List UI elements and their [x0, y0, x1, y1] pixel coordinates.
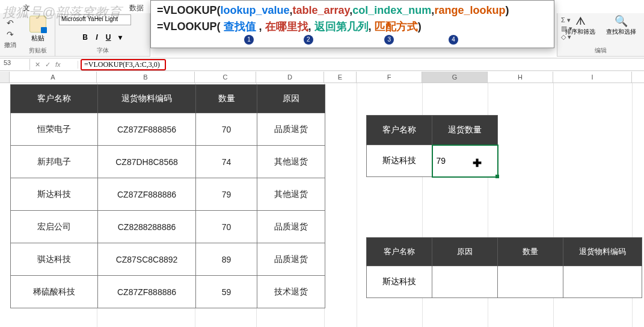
col-header-g[interactable]: G: [422, 72, 488, 83]
formula-input[interactable]: =VLOOKUP(F3,A:C,3,0): [81, 59, 166, 70]
cn-arg-1: 查找值: [224, 20, 256, 33]
edit-group-label: 编辑: [595, 46, 607, 55]
italic-button[interactable]: I: [92, 33, 102, 42]
table-row: 恒荣电子CZ87ZF88885670品质退货: [11, 113, 325, 146]
fx-icon[interactable]: fx: [55, 61, 61, 69]
arg-badge-2: 2: [304, 35, 313, 45]
col-header-d[interactable]: D: [256, 72, 324, 83]
watermark-text: 搜狐号@部落窝教育: [2, 4, 121, 22]
lk1-hdr-qty[interactable]: 退货数量: [432, 116, 498, 145]
fill-handle[interactable]: [495, 175, 499, 178]
clipboard-group-label: 剪贴板: [24, 46, 51, 55]
lk2-qty-cell[interactable]: [498, 266, 563, 298]
cn-arg-3: 返回第几列: [314, 20, 369, 33]
fn-arg-3: col_index_num: [352, 4, 431, 16]
lk2-material-cell[interactable]: [563, 266, 642, 298]
table-row: 斯达科技CZ87ZF88888679其他退货: [11, 178, 325, 211]
fn-arg-2: table_array: [293, 4, 350, 16]
col-header-c[interactable]: C: [195, 72, 256, 83]
lk2-customer-cell[interactable]: 斯达科技: [367, 266, 432, 298]
formula-bar: 53 ✕ ✓ fx =VLOOKUP(F3,A:C,3,0): [0, 58, 644, 71]
arg-badge-3: 3: [384, 35, 394, 45]
ribbon-right: Σ ▾ ▥ ▾ ◇ ▾ ᗑ 排序和筛选 🔍 查找和选择 编辑: [557, 13, 644, 57]
lk2-reason-cell[interactable]: [432, 266, 498, 298]
underline-button[interactable]: U: [103, 33, 113, 42]
col-header-a[interactable]: A: [10, 72, 97, 83]
lk2-hdr-qty[interactable]: 数量: [498, 238, 563, 266]
col-header-i[interactable]: I: [553, 72, 632, 83]
lk2-hdr-material[interactable]: 退货物料编码: [563, 238, 642, 266]
hdr-material[interactable]: 退货物料编码: [98, 85, 196, 113]
fn-name: =VLOOKUP(: [157, 4, 221, 16]
tab-data[interactable]: 数据: [127, 2, 146, 14]
col-header-h[interactable]: H: [488, 72, 553, 83]
dropdown-icon[interactable]: ▾: [115, 33, 125, 42]
confirm-icon[interactable]: ✓: [45, 61, 51, 69]
paste-label: 粘贴: [24, 34, 51, 43]
find-select-icon[interactable]: 🔍: [606, 14, 636, 28]
table-row: 宏启公司CZ828828888670品质退货: [11, 211, 325, 243]
column-headers: A B C D E F G H I: [0, 72, 644, 83]
lk2-hdr-customer[interactable]: 客户名称: [367, 238, 432, 266]
name-box[interactable]: 53: [0, 59, 30, 70]
hdr-reason[interactable]: 原因: [257, 85, 325, 113]
clear-icon[interactable]: ◇: [561, 33, 566, 40]
table-row: 稀硫酸科技CZ87ZF88888659技术退货: [11, 276, 325, 308]
table-row: 新邦电子CZ87DH8C856874其他退货: [11, 146, 325, 178]
cancel-icon[interactable]: ✕: [35, 61, 40, 69]
font-group-label: 字体: [59, 46, 146, 55]
cn-arg-4: 匹配方式: [375, 20, 418, 33]
table-row: 骐达科技CZ87SC8C889289品质退货: [11, 243, 325, 276]
undo-label: 撤消: [4, 41, 16, 49]
col-header-b[interactable]: B: [97, 72, 195, 83]
hdr-customer[interactable]: 客户名称: [11, 85, 98, 113]
lookup-table-2: 客户名称 原因 数量 退货物料编码 斯达科技: [366, 237, 642, 298]
hdr-qty[interactable]: 数量: [196, 85, 257, 113]
cursor-icon: ✚: [473, 157, 482, 170]
cn-arg-2: 在哪里找: [265, 20, 308, 33]
lookup-table-1: 客户名称 退货数量 斯达科技 79 ✚: [366, 115, 498, 178]
fill-icon[interactable]: ▥: [561, 25, 567, 32]
col-header-e[interactable]: E: [324, 72, 357, 83]
redo-icon[interactable]: ↷: [7, 30, 14, 39]
bold-button[interactable]: B: [80, 33, 90, 42]
fn-arg-1: lookup_value: [221, 4, 290, 16]
lk1-hdr-customer[interactable]: 客户名称: [367, 116, 432, 145]
find-select-label: 查找和选择: [606, 28, 636, 36]
col-header-f[interactable]: F: [357, 72, 422, 83]
arg-badge-4: 4: [449, 35, 458, 45]
lk1-customer-cell[interactable]: 斯达科技: [367, 145, 432, 177]
autosum-icon[interactable]: Σ: [561, 16, 565, 23]
main-data-table: 客户名称 退货物料编码 数量 原因 恒荣电子CZ87ZF88885670品质退货…: [10, 84, 325, 308]
lk2-hdr-reason[interactable]: 原因: [432, 238, 498, 266]
lk1-result-cell[interactable]: 79 ✚: [432, 145, 498, 177]
fn-arg-4: range_lookup: [434, 4, 505, 16]
formula-tooltip: =VLOOKUP(lookup_value,table_array,col_in…: [150, 0, 554, 48]
arg-badge-1: 1: [244, 35, 254, 45]
